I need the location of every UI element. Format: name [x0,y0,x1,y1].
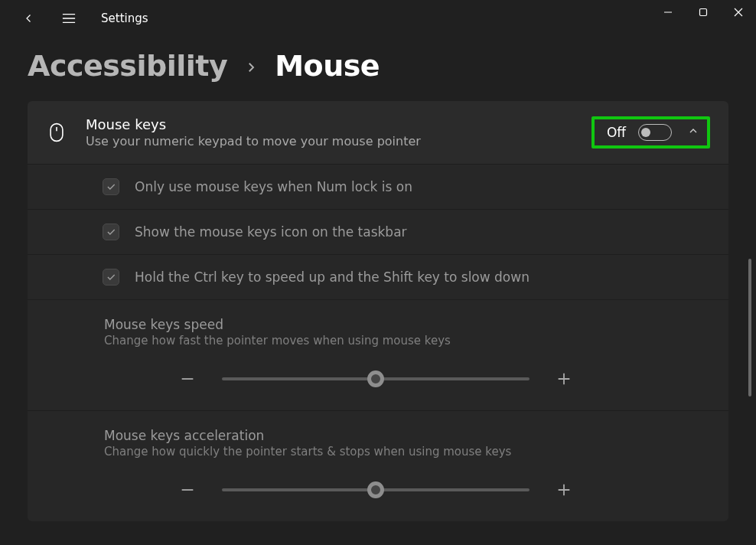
nav-menu-button[interactable] [57,6,81,31]
chevron-right-icon [244,54,258,81]
close-button[interactable] [721,0,756,24]
plus-button[interactable] [556,370,572,387]
option-row-numlock[interactable]: Only use mouse keys when Num lock is on [28,164,728,209]
toggle-label: Off [607,125,626,140]
breadcrumb: Accessibility Mouse [0,37,756,101]
slider-thumb[interactable] [367,370,384,387]
svg-rect-0 [700,9,707,16]
plus-button[interactable] [556,481,572,498]
checkbox-taskbar[interactable] [103,224,119,240]
option-row-taskbar[interactable]: Show the mouse keys icon on the taskbar [28,209,728,254]
slider-subtitle: Change how fast the pointer moves when u… [104,334,710,348]
checkbox-numlock[interactable] [103,178,119,195]
slider-subtitle: Change how quickly the pointer starts & … [104,445,710,459]
app-title: Settings [101,11,148,25]
option-label: Hold the Ctrl key to speed up and the Sh… [135,269,530,285]
scrollbar[interactable] [748,37,753,545]
mouse-keys-header[interactable]: Mouse keys Use your numeric keypad to mo… [28,101,728,164]
speed-slider[interactable] [222,377,530,380]
minus-button[interactable] [179,481,196,498]
option-row-ctrlshift[interactable]: Hold the Ctrl key to speed up and the Sh… [28,254,728,299]
slider-thumb[interactable] [367,481,384,498]
mouse-keys-speed-row: Mouse keys speed Change how fast the poi… [28,299,728,410]
mouse-keys-subtitle: Use your numeric keypad to move your mou… [86,134,573,148]
mouse-keys-accel-row: Mouse keys acceleration Change how quick… [28,410,728,521]
minimize-button[interactable] [650,0,686,24]
svg-rect-1 [51,124,63,142]
breadcrumb-parent[interactable]: Accessibility [28,49,227,83]
option-label: Only use mouse keys when Num lock is on [135,179,412,194]
slider-title: Mouse keys speed [104,317,710,332]
accel-slider[interactable] [222,488,530,491]
mouse-keys-toggle-highlight: Off [591,116,710,148]
checkbox-ctrlshift[interactable] [103,269,119,286]
mouse-icon [46,122,67,143]
back-button[interactable] [17,6,41,31]
page-title: Mouse [275,49,380,83]
mouse-keys-title: Mouse keys [86,116,573,132]
mouse-keys-toggle[interactable] [638,124,672,141]
window-controls [650,0,756,24]
titlebar: Settings [0,0,756,37]
chevron-up-icon[interactable] [687,125,699,140]
minus-button[interactable] [179,370,196,387]
maximize-button[interactable] [686,0,721,24]
option-label: Show the mouse keys icon on the taskbar [135,224,407,240]
slider-title: Mouse keys acceleration [104,428,710,443]
settings-content: Mouse keys Use your numeric keypad to mo… [0,101,756,540]
